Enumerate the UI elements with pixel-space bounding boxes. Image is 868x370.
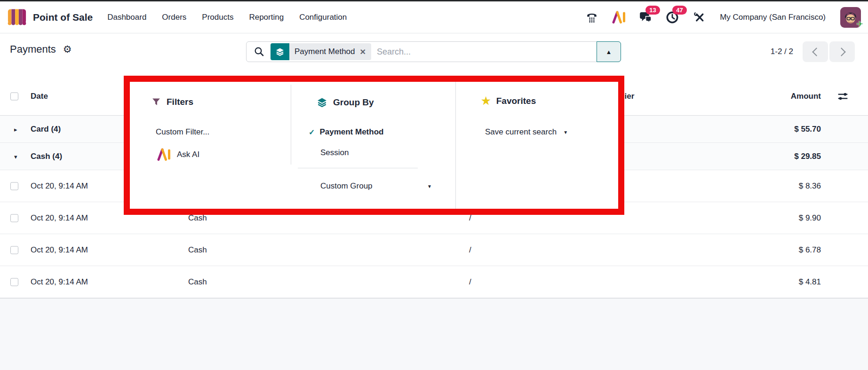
chevron-right-icon [837, 47, 845, 56]
facet-remove-icon[interactable]: ✕ [360, 47, 366, 56]
group-expanded-icon[interactable]: ▾ [14, 153, 17, 160]
messages-icon[interactable]: 13 [638, 10, 653, 24]
save-current-search-item[interactable]: Save current search ▼ [485, 127, 568, 137]
pager-previous-button[interactable] [803, 41, 828, 62]
cell-payment-method: Cash [188, 277, 207, 287]
group-by-layers-icon [317, 97, 327, 108]
company-switcher[interactable]: My Company (San Francisco) [720, 13, 826, 22]
cell-date: Oct 20, 9:14 AM [31, 245, 88, 255]
search-options-dropdown: Filters Custom Filter... Ask AI [130, 82, 618, 209]
save-current-search-label: Save current search [485, 127, 557, 137]
app-name: Point of Sale [33, 12, 93, 23]
group-label: Cash (4) [31, 152, 62, 161]
groupby-section-header: Group By [317, 97, 374, 108]
cell-amount: $ 6.78 [799, 245, 821, 255]
pager-range: 1-2 / 2 [771, 47, 793, 56]
messages-badge: 13 [645, 6, 660, 15]
groupby-title: Group By [333, 97, 374, 108]
groupby-payment-method-item[interactable]: ✓ Payment Method [309, 127, 383, 137]
facet-body: Payment Method ✕ [289, 43, 371, 60]
custom-group-selector[interactable]: Custom Group ▼ [320, 181, 432, 191]
cell-cashier: / [469, 245, 471, 255]
search-options-toggle[interactable]: ▲ [597, 41, 621, 62]
point-of-sale-logo-icon [7, 8, 27, 27]
panel-divider [455, 82, 456, 209]
group-label: Card (4) [31, 125, 61, 134]
list-footer-area [0, 298, 868, 370]
menu-reporting[interactable]: Reporting [249, 13, 284, 22]
chevron-left-icon [812, 47, 820, 56]
row-checkbox[interactable] [10, 214, 18, 222]
ask-ai-label: Ask AI [177, 150, 199, 159]
filters-section-header: Filters [151, 97, 193, 107]
table-row[interactable]: Oct 20, 9:14 AM Cash / $ 4.81 [0, 266, 868, 298]
cell-payment-method: Cash [188, 245, 207, 255]
activities-clock-icon[interactable]: 47 [665, 10, 679, 24]
star-icon: ★ [481, 96, 491, 106]
groupby-payment-method-label: Payment Method [319, 127, 383, 137]
column-header-amount[interactable]: Amount [791, 92, 821, 101]
panel-divider [291, 85, 291, 165]
cell-amount: $ 8.36 [799, 181, 821, 191]
app-brand[interactable]: Point of Sale [7, 8, 93, 27]
optional-columns-icon[interactable] [836, 91, 849, 102]
search-bar[interactable]: Payment Method ✕ Search... ▲ [246, 41, 621, 62]
cell-date: Oct 20, 9:14 AM [31, 181, 88, 191]
column-header-date[interactable]: Date [31, 92, 48, 101]
caret-down-icon: ▼ [563, 130, 568, 135]
ai-assistant-icon[interactable] [612, 10, 626, 24]
cell-cashier: / [469, 277, 471, 287]
group-by-layers-icon [271, 43, 289, 60]
menu-dashboard[interactable]: Dashboard [107, 13, 146, 22]
row-checkbox[interactable] [10, 278, 18, 286]
breadcrumb: Payments ⚙ [10, 43, 72, 55]
travel-plane-icon: ✈ [857, 19, 863, 29]
menu-products[interactable]: Products [202, 13, 233, 22]
cell-amount: $ 4.81 [799, 277, 821, 287]
row-checkbox[interactable] [10, 246, 18, 254]
filter-funnel-icon [151, 97, 161, 107]
groupby-session-item[interactable]: Session [320, 148, 349, 157]
filters-title: Filters [167, 97, 193, 107]
group-collapsed-icon[interactable]: ▸ [14, 126, 17, 133]
favorites-section-header: ★ Favorites [481, 96, 536, 106]
select-all-checkbox[interactable] [10, 93, 18, 101]
app-window: Point of Sale Dashboard Orders Products … [0, 0, 868, 370]
main-menu: Dashboard Orders Products Reporting Conf… [107, 13, 347, 22]
group-amount: $ 55.70 [794, 125, 821, 134]
favorites-title: Favorites [496, 96, 536, 106]
view-settings-gear-icon[interactable]: ⚙ [63, 44, 72, 55]
ask-ai-item[interactable]: Ask AI [157, 148, 199, 161]
ai-assistant-icon [157, 148, 171, 161]
groupby-divider [298, 168, 418, 168]
check-icon: ✓ [309, 128, 315, 137]
activities-badge: 47 [672, 6, 686, 15]
facet-label: Payment Method [295, 47, 355, 56]
systray: 13 47 My Company (San Francisco) [585, 7, 861, 28]
group-amount: $ 29.85 [794, 152, 821, 161]
custom-filter-item[interactable]: Custom Filter... [156, 127, 209, 137]
search-facet-payment-method[interactable]: Payment Method ✕ [271, 43, 371, 60]
menu-orders[interactable]: Orders [162, 13, 186, 22]
menu-configuration[interactable]: Configuration [299, 13, 347, 22]
search-icon [254, 47, 264, 57]
pager-next-button[interactable] [829, 41, 855, 62]
search-input[interactable]: Search... [377, 47, 411, 57]
debug-tools-icon[interactable] [692, 10, 706, 24]
caret-down-icon: ▼ [427, 184, 432, 189]
top-navbar: Point of Sale Dashboard Orders Products … [0, 1, 868, 33]
annotation-rectangle: Filters Custom Filter... Ask AI [124, 76, 624, 215]
voip-phone-icon[interactable] [585, 10, 599, 24]
user-avatar[interactable]: ✈ [840, 7, 861, 28]
row-checkbox[interactable] [10, 182, 18, 190]
cell-date: Oct 20, 9:14 AM [31, 277, 88, 287]
cell-amount: $ 9.90 [799, 213, 821, 223]
caret-up-icon: ▲ [606, 48, 612, 55]
cell-date: Oct 20, 9:14 AM [31, 213, 88, 223]
pager: 1-2 / 2 [771, 41, 855, 62]
page-title: Payments [10, 43, 56, 55]
custom-group-label: Custom Group [320, 181, 373, 191]
table-row[interactable]: Oct 20, 9:14 AM Cash / $ 6.78 [0, 234, 868, 266]
